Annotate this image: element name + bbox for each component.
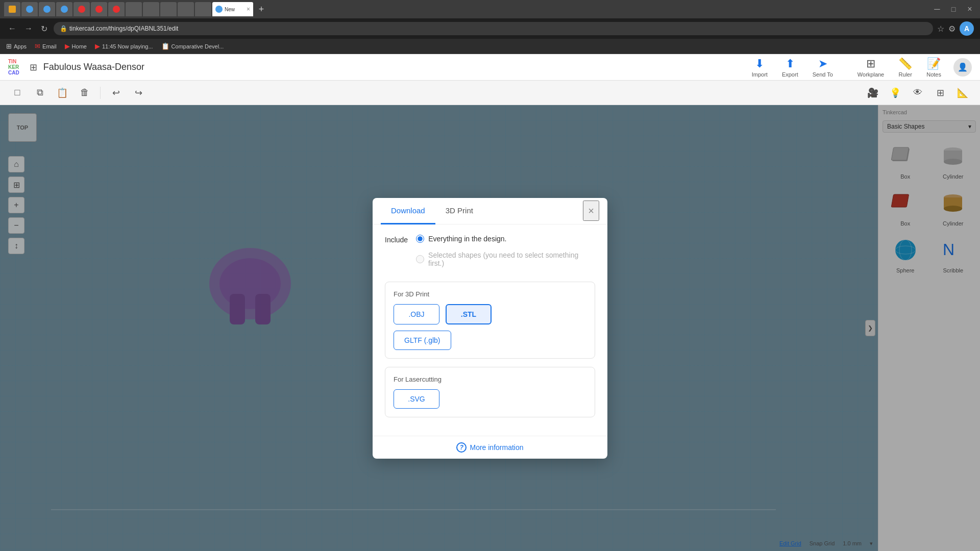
modal-close-button[interactable]: × bbox=[583, 201, 599, 221]
toolbar-separator bbox=[100, 87, 101, 99]
url-bar[interactable]: 🔒 tinkercad.com/things/dpQIABNL351/edit bbox=[54, 22, 933, 35]
extensions-button[interactable]: ⚙ bbox=[948, 24, 955, 34]
tab-label: New bbox=[225, 7, 235, 12]
workplane-button[interactable]: ⊞ Workplane bbox=[851, 55, 890, 80]
bookmark-email[interactable]: ✉ Email bbox=[35, 42, 57, 50]
radio-selected: Selected shapes (you need to select some… bbox=[416, 251, 595, 267]
3d-print-title: For 3D Print bbox=[394, 290, 586, 298]
browser-tab[interactable] bbox=[91, 2, 107, 16]
obj-button[interactable]: .OBJ bbox=[394, 304, 439, 324]
download-modal: Download 3D Print × Include bbox=[373, 198, 607, 459]
toolbar-right: 🎥 💡 👁 ⊞ 📐 bbox=[864, 84, 972, 102]
minimize-button[interactable]: ─ bbox=[931, 3, 943, 15]
radio-all: Everything in the design. bbox=[416, 235, 595, 243]
svg-button[interactable]: .SVG bbox=[394, 389, 439, 409]
toolbar: □ ⧉ 📋 🗑 ↩ ↪ 🎥 💡 👁 ⊞ 📐 bbox=[0, 81, 980, 105]
measure-button[interactable]: 📐 bbox=[953, 84, 972, 102]
import-button[interactable]: ⬇ Import bbox=[746, 55, 774, 80]
modal-overlay: Download 3D Print × Include bbox=[0, 105, 980, 551]
export-icon: ⬆ bbox=[786, 57, 795, 70]
tab-bar: New × + ─ □ × bbox=[0, 0, 980, 18]
new-button[interactable]: □ bbox=[8, 84, 27, 102]
radio-selected-label: Selected shapes (you need to select some… bbox=[428, 251, 595, 267]
reload-button[interactable]: ↻ bbox=[39, 22, 50, 36]
browser-tab[interactable] bbox=[126, 2, 142, 16]
maximize-button[interactable]: □ bbox=[947, 3, 960, 15]
import-label: Import bbox=[752, 71, 768, 78]
app-header: TIN KER CAD ⊞ Fabulous Waasa-Densor ⬇ Im… bbox=[0, 54, 980, 81]
modal-body: Include Everything in the design. Select… bbox=[373, 224, 607, 436]
browser-tab[interactable] bbox=[178, 2, 194, 16]
ruler-icon: 📏 bbox=[898, 57, 912, 70]
3d-print-section: For 3D Print .OBJ .STL GLTF (.glb) bbox=[385, 282, 595, 359]
3d-format-buttons: .OBJ .STL bbox=[394, 304, 586, 324]
tab-3dprint[interactable]: 3D Print bbox=[435, 198, 483, 224]
more-info-link[interactable]: More information bbox=[470, 443, 523, 452]
browser-tab[interactable] bbox=[39, 2, 55, 16]
send-to-button[interactable]: ➤ Send To bbox=[806, 55, 839, 80]
gltf-button[interactable]: GLTF (.glb) bbox=[394, 331, 451, 350]
lasercutting-section: For Lasercutting .SVG bbox=[385, 367, 595, 417]
bookmarks-bar: ⊞ Apps ✉ Email ▶ Home ▶ 11:45 Now playin… bbox=[0, 39, 980, 54]
import-icon: ⬇ bbox=[755, 57, 764, 70]
radio-all-input[interactable] bbox=[416, 235, 424, 243]
grid-view-button[interactable]: ⊞ bbox=[931, 84, 949, 102]
address-bar: ← → ↻ 🔒 tinkercad.com/things/dpQIABNL351… bbox=[0, 18, 980, 39]
stl-button[interactable]: .STL bbox=[446, 304, 492, 324]
modal-header: Download 3D Print × bbox=[373, 198, 607, 224]
app-container: TIN KER CAD ⊞ Fabulous Waasa-Densor ⬇ Im… bbox=[0, 54, 980, 551]
browser-tab[interactable] bbox=[195, 2, 211, 16]
info-circle-icon: ? bbox=[456, 442, 467, 453]
workplane-icon: ⊞ bbox=[866, 57, 875, 70]
more-info-section: ? More information bbox=[373, 436, 607, 459]
browser-tab[interactable] bbox=[56, 2, 72, 16]
profile-button[interactable]: A bbox=[960, 21, 974, 36]
menu-grid-icon[interactable]: ⊞ bbox=[30, 62, 37, 73]
export-button[interactable]: ⬆ Export bbox=[776, 55, 804, 80]
ruler-button[interactable]: 📏 Ruler bbox=[892, 55, 918, 80]
copy-button[interactable]: ⧉ bbox=[31, 84, 49, 102]
view-button[interactable]: 👁 bbox=[909, 84, 927, 102]
browser-tab[interactable] bbox=[4, 2, 20, 16]
radio-all-label: Everything in the design. bbox=[428, 235, 506, 243]
undo-button[interactable]: ↩ bbox=[107, 84, 125, 102]
back-button[interactable]: ← bbox=[6, 22, 18, 35]
export-label: Export bbox=[782, 71, 798, 78]
browser-chrome: New × + ─ □ × ← → ↻ 🔒 tinkercad.com/thin… bbox=[0, 0, 980, 54]
forward-button[interactable]: → bbox=[22, 22, 35, 35]
bookmark-home[interactable]: ▶ Home bbox=[65, 42, 87, 50]
notes-icon: 📝 bbox=[927, 57, 941, 70]
browser-tab[interactable] bbox=[108, 2, 125, 16]
design-title: Fabulous Waasa-Densor bbox=[43, 62, 740, 72]
main-area: TOP ⌂ ⊞ + − ↕ bbox=[0, 105, 980, 551]
new-tab-button[interactable]: + bbox=[254, 2, 268, 16]
browser-tab[interactable] bbox=[74, 2, 90, 16]
include-label: Include bbox=[385, 235, 408, 244]
browser-tab[interactable] bbox=[160, 2, 177, 16]
camera-button[interactable]: 🎥 bbox=[864, 84, 882, 102]
include-section: Include Everything in the design. Select… bbox=[385, 235, 595, 271]
browser-tab[interactable] bbox=[21, 2, 38, 16]
tab-download[interactable]: Download bbox=[381, 198, 435, 224]
browser-tab[interactable] bbox=[143, 2, 159, 16]
close-browser-button[interactable]: × bbox=[964, 3, 976, 15]
tab-close[interactable]: × bbox=[247, 6, 250, 13]
active-browser-tab[interactable]: New × bbox=[212, 2, 253, 16]
bookmark-star[interactable]: ☆ bbox=[937, 24, 944, 34]
bookmark-apps[interactable]: ⊞ Apps bbox=[6, 42, 27, 50]
gltf-button-row: GLTF (.glb) bbox=[394, 331, 586, 350]
laser-format-buttons: .SVG bbox=[394, 389, 586, 409]
bookmark-comparative[interactable]: 📋 Comparative Devel... bbox=[161, 42, 224, 50]
user-avatar[interactable]: 👤 bbox=[953, 58, 972, 77]
notes-button[interactable]: 📝 Notes bbox=[920, 55, 947, 80]
tinkercad-logo: TIN KER CAD bbox=[8, 59, 19, 76]
send-icon: ➤ bbox=[818, 57, 827, 70]
redo-button[interactable]: ↪ bbox=[129, 84, 148, 102]
lasercutting-title: For Lasercutting bbox=[394, 375, 586, 383]
paste-button[interactable]: 📋 bbox=[53, 84, 71, 102]
light-button[interactable]: 💡 bbox=[886, 84, 904, 102]
bookmark-nowplaying[interactable]: ▶ 11:45 Now playing... bbox=[95, 42, 153, 50]
delete-button[interactable]: 🗑 bbox=[76, 84, 94, 102]
send-label: Send To bbox=[813, 71, 833, 78]
radio-selected-input[interactable] bbox=[416, 255, 424, 263]
